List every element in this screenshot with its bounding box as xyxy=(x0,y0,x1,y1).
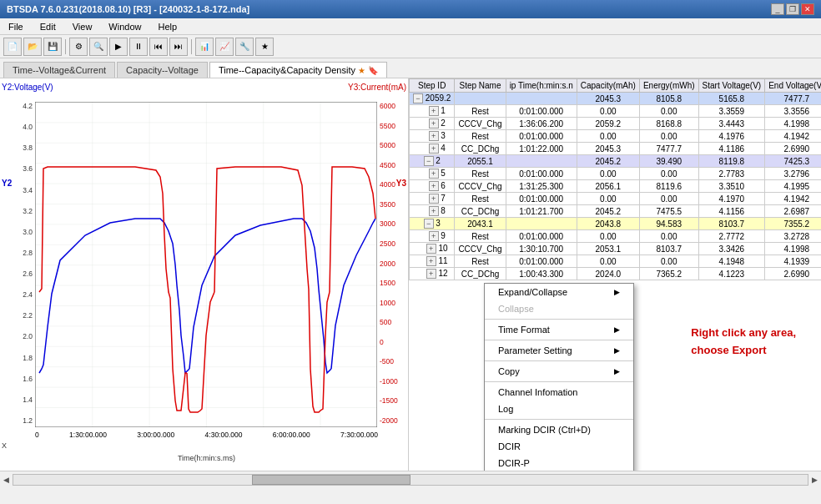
expand-btn[interactable]: + xyxy=(429,118,439,129)
toolbar-btn1[interactable]: ⚙ xyxy=(69,38,88,56)
cell-ip-time: 0:01:00.000 xyxy=(506,193,577,205)
expand-btn[interactable]: + xyxy=(429,144,439,154)
cell-start-v: 4.1970 xyxy=(698,193,765,205)
expand-btn[interactable]: + xyxy=(426,269,436,279)
y-val-3.8: 3.8 xyxy=(23,144,33,152)
status-text: ◀ xyxy=(3,476,9,484)
toolbar-sep-2 xyxy=(191,39,192,54)
ctx-marking-dcir[interactable]: Marking DCIR (Ctrl+D) xyxy=(485,421,633,438)
expand-btn[interactable]: + xyxy=(429,194,439,204)
expand-btn[interactable]: + xyxy=(429,231,439,241)
toolbar-open[interactable]: 📂 xyxy=(23,38,42,56)
toolbar-btn9[interactable]: 🔧 xyxy=(235,38,254,56)
cell-end-v: 4.1942 xyxy=(765,193,821,205)
cell-step-name: Rest xyxy=(455,130,506,143)
ctx-channel-info[interactable]: Channel Infomation xyxy=(485,384,633,401)
y-r-4500: 4500 xyxy=(380,161,395,169)
table-row: − 3 2043.1 2043.8 94.583 8103.7 7355.2 xyxy=(410,218,822,230)
y-val-1.4: 1.4 xyxy=(23,396,33,404)
ctx-copy[interactable]: Copy ▶ xyxy=(485,363,633,380)
toolbar: 📄 📂 💾 ⚙ 🔍 ▶ ⏸ ⏮ ⏭ 📊 📈 🔧 ★ xyxy=(0,35,821,58)
toolbar-btn7[interactable]: 📊 xyxy=(195,38,214,56)
cell-id: + 12 xyxy=(410,268,455,280)
cell-end-v: 4.1995 xyxy=(765,180,821,193)
cell-end-v: 7355.2 xyxy=(765,218,821,230)
cell-energy: 8105.8 xyxy=(639,93,698,105)
expand-btn[interactable]: + xyxy=(429,206,439,216)
ctx-collapse[interactable]: Collapse xyxy=(485,300,633,317)
cell-id: + 6 xyxy=(410,180,455,193)
expand-btn[interactable]: + xyxy=(429,181,439,191)
table-row: + 9 Rest 0:01:00.000 0.00 0.00 2.7772 3.… xyxy=(410,230,822,243)
toolbar-btn2[interactable]: 🔍 xyxy=(89,38,108,56)
y-val-2.8: 2.8 xyxy=(23,249,33,257)
toolbar-btn6[interactable]: ⏭ xyxy=(169,38,188,56)
cell-capacity: 2045.2 xyxy=(577,205,639,218)
toolbar-btn5[interactable]: ⏮ xyxy=(149,38,168,56)
toolbar-new[interactable]: 📄 xyxy=(3,38,22,56)
toolbar-btn4[interactable]: ⏸ xyxy=(129,38,148,56)
y-r--2000: -2000 xyxy=(380,416,398,425)
menu-file[interactable]: File xyxy=(3,20,28,33)
menu-view[interactable]: View xyxy=(68,20,98,33)
cell-id: + 11 xyxy=(410,255,455,268)
minimize-btn[interactable]: _ xyxy=(771,3,784,15)
cell-energy: 8103.7 xyxy=(639,243,698,255)
expand-btn[interactable]: − xyxy=(413,93,423,103)
expand-btn[interactable]: + xyxy=(426,244,436,254)
window-controls[interactable]: _ ❐ ✕ xyxy=(771,3,814,15)
ctx-parameter-setting[interactable]: Parameter Setting ▶ xyxy=(485,342,633,359)
chart-svg xyxy=(35,102,377,427)
menu-window[interactable]: Window xyxy=(103,20,146,33)
cell-id: − 2 xyxy=(410,155,455,168)
expand-btn[interactable]: − xyxy=(424,219,434,229)
cell-step-name: Rest xyxy=(455,193,506,205)
cell-end-v: 4.1998 xyxy=(765,118,821,130)
expand-btn[interactable]: − xyxy=(424,156,434,166)
ctx-expand-collapse[interactable]: Expand/Collapse ▶ xyxy=(485,284,633,300)
toolbar-btn8[interactable]: 📈 xyxy=(215,38,234,56)
tab-voltage-current[interactable]: Time--Voltage&Current xyxy=(3,62,115,78)
tab-capacity-voltage[interactable]: Capacity--Voltage xyxy=(117,62,208,78)
toolbar-btn10[interactable]: ★ xyxy=(255,38,274,56)
ctx-log[interactable]: Log xyxy=(485,401,633,417)
cell-capacity: 0.00 xyxy=(577,168,639,180)
ctx-time-format[interactable]: Time Format ▶ xyxy=(485,321,633,338)
chart-panel: Y2:Voltage(V) Y3:Current(mA) Y2 Y3 4.2 4… xyxy=(0,78,409,471)
scroll-area[interactable] xyxy=(13,474,808,486)
x-730: 7:30:00.000 xyxy=(340,431,378,439)
toolbar-btn3[interactable]: ▶ xyxy=(109,38,128,56)
table-row: + 7 Rest 0:01:00.000 0.00 0.00 4.1970 4.… xyxy=(410,193,822,205)
cell-id: + 9 xyxy=(410,230,455,243)
cell-start-v: 5165.8 xyxy=(698,93,765,105)
ctx-dcir[interactable]: DCIR xyxy=(485,438,633,455)
cell-step-name: 2043.1 xyxy=(455,218,506,230)
cell-ip-time: 1:00:43.300 xyxy=(506,268,577,280)
expand-btn[interactable]: + xyxy=(429,106,439,116)
cell-energy: 0.00 xyxy=(639,230,698,243)
cell-ip-time: 0:01:00.000 xyxy=(506,130,577,143)
scroll-right[interactable]: ▶ xyxy=(812,476,818,484)
col-capacity: Capacity(mAh) xyxy=(577,79,639,93)
expand-btn[interactable]: + xyxy=(429,131,439,141)
expand-btn[interactable]: + xyxy=(429,169,439,179)
cell-capacity: 0.00 xyxy=(577,105,639,118)
menu-edit[interactable]: Edit xyxy=(35,20,61,33)
toolbar-save[interactable]: 💾 xyxy=(43,38,62,56)
cell-start-v: 4.1948 xyxy=(698,255,765,268)
cell-step-name: CCCV_Chg xyxy=(455,180,506,193)
tab-capacity-density[interactable]: Time--Capacity&Capacity Density ★ 🔖 xyxy=(209,62,387,78)
expand-btn[interactable]: + xyxy=(426,256,436,266)
ctx-dcir-p[interactable]: DCIR-P xyxy=(485,455,633,471)
menu-help[interactable]: Help xyxy=(153,20,182,33)
x-axis-labels: 0 1:30:00.000 3:00:00.000 4:30:00.000 6:… xyxy=(35,431,378,439)
cell-start-v: 4.1976 xyxy=(698,130,765,143)
restore-btn[interactable]: ❐ xyxy=(786,3,799,15)
cell-start-v: 4.1186 xyxy=(698,143,765,155)
tab-star-icon: ★ xyxy=(358,66,365,75)
table-row: + 6 CCCV_Chg 1:31:25.300 2056.1 8119.6 3… xyxy=(410,180,822,193)
y-val-3.2: 3.2 xyxy=(23,207,33,215)
cell-end-v: 7425.3 xyxy=(765,155,821,168)
close-btn[interactable]: ✕ xyxy=(801,3,814,15)
data-table: Step ID Step Name ip Time(h:min:s.n Capa… xyxy=(409,78,821,280)
